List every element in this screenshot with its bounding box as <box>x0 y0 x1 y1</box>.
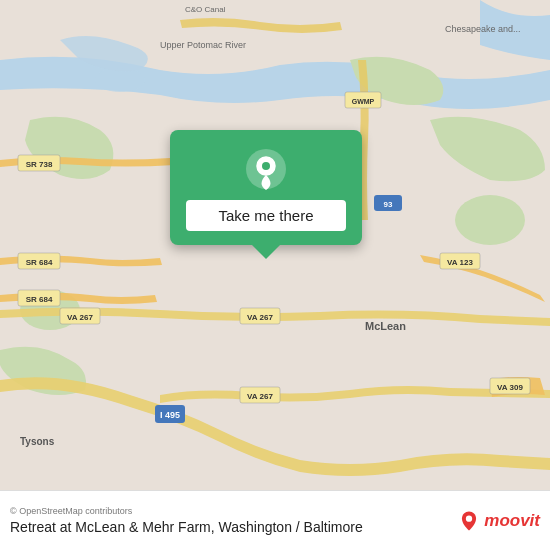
map-container: I 495 SR 738 SR 684 SR 684 VA 267 VA 267… <box>0 0 550 490</box>
svg-point-1 <box>95 68 145 92</box>
svg-text:SR 684: SR 684 <box>26 258 53 267</box>
footer: © OpenStreetMap contributors Retreat at … <box>0 490 550 550</box>
svg-text:I 495: I 495 <box>160 410 180 420</box>
take-me-there-button[interactable]: Take me there <box>186 200 346 231</box>
svg-text:VA 267: VA 267 <box>247 392 273 401</box>
svg-point-33 <box>262 162 270 170</box>
footer-info: © OpenStreetMap contributors Retreat at … <box>10 506 458 535</box>
svg-text:SR 684: SR 684 <box>26 295 53 304</box>
svg-text:VA 309: VA 309 <box>497 383 523 392</box>
svg-text:C&O Canal: C&O Canal <box>185 5 226 14</box>
svg-text:McLean: McLean <box>365 320 406 332</box>
svg-text:93: 93 <box>384 200 393 209</box>
location-pin-icon <box>245 148 287 190</box>
svg-text:VA 267: VA 267 <box>247 313 273 322</box>
svg-point-2 <box>455 195 525 245</box>
moovit-pin-icon <box>458 510 480 532</box>
svg-text:Upper Potomac River: Upper Potomac River <box>160 40 246 50</box>
copyright-text: © OpenStreetMap contributors <box>10 506 458 516</box>
svg-text:Tysons: Tysons <box>20 436 55 447</box>
moovit-logo: moovit <box>458 510 540 532</box>
svg-text:Chesapeake and...: Chesapeake and... <box>445 24 521 34</box>
svg-text:GWMP: GWMP <box>352 98 375 105</box>
location-title: Retreat at McLean & Mehr Farm, Washingto… <box>10 519 458 535</box>
svg-point-34 <box>466 515 472 521</box>
moovit-brand-text: moovit <box>484 511 540 531</box>
svg-text:SR 738: SR 738 <box>26 160 53 169</box>
popup-card: Take me there <box>170 130 362 245</box>
svg-text:VA 123: VA 123 <box>447 258 473 267</box>
svg-text:VA 267: VA 267 <box>67 313 93 322</box>
